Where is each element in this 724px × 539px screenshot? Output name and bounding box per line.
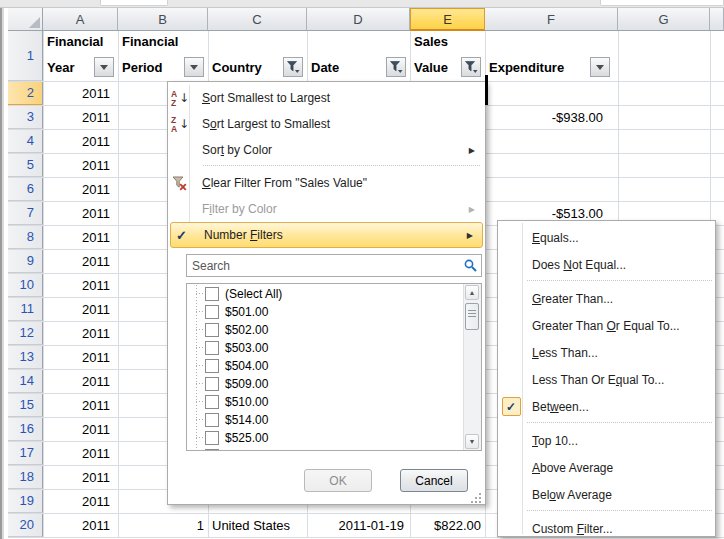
header-cell-B[interactable]: FinancialPeriod (118, 31, 208, 81)
row-header-18[interactable]: 18 (8, 465, 43, 489)
checkbox-unchecked[interactable] (205, 431, 219, 445)
cell-A13[interactable]: 2011 (43, 345, 118, 369)
list-item[interactable]: $510.00 (189, 393, 464, 411)
cell-A14[interactable]: 2011 (43, 369, 118, 393)
list-item[interactable]: $502.00 (189, 321, 464, 339)
filter-button-D[interactable] (386, 57, 406, 77)
column-header-A[interactable]: A (43, 8, 118, 31)
row-header-14[interactable]: 14 (8, 369, 43, 393)
checkbox-unchecked[interactable] (205, 341, 219, 355)
row-header-5[interactable]: 5 (8, 153, 43, 177)
row-header-11[interactable]: 11 (8, 297, 43, 321)
submenu-item-less-than-or-equal-to[interactable]: Less Than Or Equal To... (499, 366, 714, 393)
header-cell-E[interactable]: SalesValue (410, 31, 485, 81)
scroll-down-icon[interactable]: ▼ (465, 434, 479, 449)
cell-A15[interactable]: 2011 (43, 393, 118, 417)
cell-E20[interactable]: $822.00 (410, 513, 485, 537)
header-cell-C[interactable]: Country (208, 31, 307, 81)
column-header-E[interactable]: E (410, 8, 485, 31)
cell-A17[interactable]: 2011 (43, 441, 118, 465)
scroll-up-icon[interactable]: ▲ (465, 285, 479, 300)
cell-C20[interactable]: United States (208, 513, 307, 537)
row-header-3[interactable]: 3 (8, 105, 43, 129)
header-cell-A[interactable]: FinancialYear (43, 31, 118, 81)
submenu-item-equals[interactable]: Equals... (499, 224, 714, 251)
cell-A6[interactable]: 2011 (43, 177, 118, 201)
cell-A18[interactable]: 2011 (43, 465, 118, 489)
checkbox-unchecked[interactable] (205, 413, 219, 427)
submenu-item-above-average[interactable]: Above Average (499, 454, 714, 481)
row-header-1[interactable]: 1 (8, 31, 43, 81)
listbox-scrollbar[interactable]: ▲ ▼ (463, 284, 481, 450)
row-header-7[interactable]: 7 (8, 201, 43, 225)
submenu-item-top-10[interactable]: Top 10... (499, 427, 714, 454)
cell-A12[interactable]: 2011 (43, 321, 118, 345)
column-header-D[interactable]: D (307, 8, 410, 31)
list-item[interactable]: $501.00 (189, 303, 464, 321)
menu-item-number-filters[interactable]: ✓Number Filters▶ (170, 222, 483, 248)
select-all-corner[interactable] (8, 8, 43, 31)
list-item[interactable]: $514.00 (189, 411, 464, 429)
cell-A16[interactable]: 2011 (43, 417, 118, 441)
submenu-item-greater-than[interactable]: Greater Than... (499, 285, 714, 312)
column-header-partial[interactable] (710, 8, 724, 31)
submenu-item-does-not-equal[interactable]: Does Not Equal... (499, 251, 714, 278)
cell-A8[interactable]: 2011 (43, 225, 118, 249)
menu-item-filter-by-color[interactable]: Filter by Color▶ (169, 196, 484, 222)
resize-grip[interactable] (479, 493, 481, 495)
cell-D20[interactable]: 2011-01-19 (307, 513, 410, 537)
row-header-2[interactable]: 2 (8, 81, 43, 105)
row-header-17[interactable]: 17 (8, 441, 43, 465)
submenu-item-custom-filter[interactable]: Custom Filter... (499, 515, 714, 539)
list-item-partial[interactable] (189, 447, 464, 450)
row-header-15[interactable]: 15 (8, 393, 43, 417)
row-header-9[interactable]: 9 (8, 249, 43, 273)
submenu-item-greater-than-or-equal-to[interactable]: Greater Than Or Equal To... (499, 312, 714, 339)
row-header-19[interactable]: 19 (8, 489, 43, 513)
checkbox-unchecked[interactable] (205, 359, 219, 373)
cell-A4[interactable]: 2011 (43, 129, 118, 153)
cell-A5[interactable]: 2011 (43, 153, 118, 177)
checkbox-unchecked[interactable] (205, 305, 219, 319)
cell-F3[interactable]: -$938.00 (485, 105, 618, 129)
cell-A20[interactable]: 2011 (43, 513, 118, 537)
cancel-button[interactable]: Cancel (400, 469, 468, 492)
row-header-4[interactable]: 4 (8, 129, 43, 153)
list-item[interactable]: $503.00 (189, 339, 464, 357)
row-header-8[interactable]: 8 (8, 225, 43, 249)
header-cell-F[interactable]: Expenditure (485, 31, 618, 81)
column-header-C[interactable]: C (208, 8, 307, 31)
row-header-16[interactable]: 16 (8, 417, 43, 441)
cell-A10[interactable]: 2011 (43, 273, 118, 297)
checkbox-unchecked[interactable] (205, 287, 219, 301)
header-cell-D[interactable]: Date (307, 31, 410, 81)
menu-item-sort-by-color[interactable]: Sort by Color▶ (169, 137, 484, 163)
checkbox-unchecked[interactable] (205, 377, 219, 391)
filter-button-F[interactable] (590, 57, 610, 77)
list-item[interactable]: $525.00 (189, 429, 464, 447)
menu-item-clear-filter[interactable]: Clear Filter From "Sales Value" (169, 170, 484, 196)
search-input[interactable] (186, 254, 482, 277)
row-header-13[interactable]: 13 (8, 345, 43, 369)
filter-button-C[interactable] (283, 57, 303, 77)
checkbox-unchecked[interactable] (205, 395, 219, 409)
cell-A7[interactable]: 2011 (43, 201, 118, 225)
list-item[interactable]: (Select All) (189, 285, 464, 303)
cell-A9[interactable]: 2011 (43, 249, 118, 273)
row-header-10[interactable]: 10 (8, 273, 43, 297)
submenu-item-between[interactable]: ✓Between... (499, 393, 714, 420)
cell-A19[interactable]: 2011 (43, 489, 118, 513)
column-header-B[interactable]: B (118, 8, 208, 31)
submenu-item-less-than[interactable]: Less Than... (499, 339, 714, 366)
filter-button-E[interactable] (461, 57, 481, 77)
filter-button-B[interactable] (184, 57, 204, 77)
menu-item-sort-smallest-to-largest[interactable]: AZ↓Sort Smallest to Largest (169, 85, 484, 111)
menu-item-sort-largest-to-smallest[interactable]: ZA↓Sort Largest to Smallest (169, 111, 484, 137)
list-item[interactable]: $509.00 (189, 375, 464, 393)
scrollbar-thumb[interactable] (465, 303, 479, 330)
submenu-item-below-average[interactable]: Below Average (499, 481, 714, 508)
column-header-G[interactable]: G (618, 8, 710, 31)
checkbox-unchecked[interactable] (205, 449, 219, 450)
cell-A2[interactable]: 2011 (43, 81, 118, 105)
list-item[interactable]: $504.00 (189, 357, 464, 375)
